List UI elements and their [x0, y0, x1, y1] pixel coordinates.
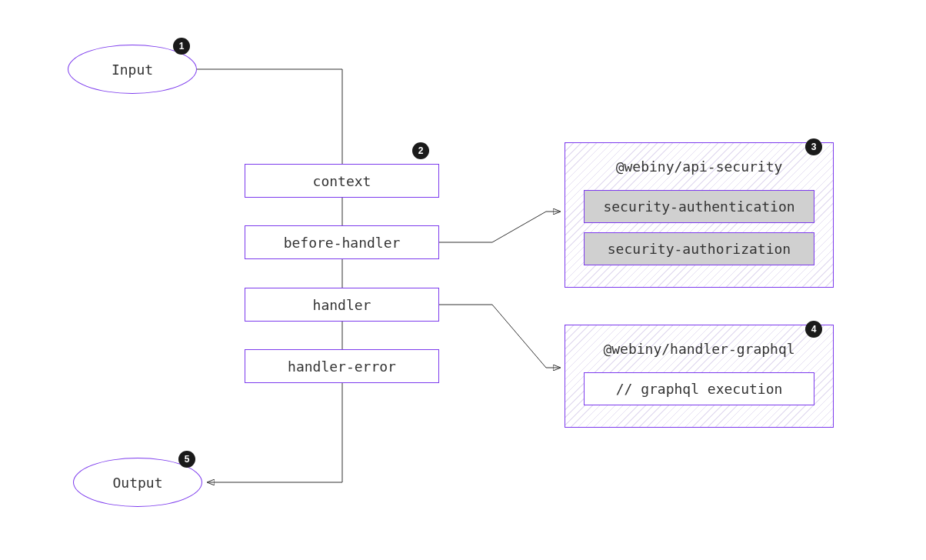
handler-error-box: handler-error	[245, 349, 439, 383]
badge-5: 5	[178, 451, 195, 468]
badge-1: 1	[173, 38, 190, 55]
badge-3: 3	[805, 138, 822, 155]
handler-box: handler	[245, 288, 439, 322]
badge-2: 2	[412, 142, 429, 159]
input-label: Input	[112, 62, 153, 78]
graphql-execution-box: // graphql execution	[584, 372, 814, 405]
api-security-title: @webiny/api-security	[616, 158, 783, 175]
before-handler-box: before-handler	[245, 225, 439, 259]
output-label: Output	[112, 475, 162, 491]
diagram-canvas: Input 1 context 2 before-handler handler…	[0, 0, 926, 560]
handler-label: handler	[313, 297, 371, 313]
context-label: context	[313, 173, 371, 189]
api-security-package: @webiny/api-security security-authentica…	[565, 142, 834, 288]
context-box: context	[245, 164, 439, 198]
handler-graphql-title: @webiny/handler-graphql	[603, 341, 794, 357]
before-handler-label: before-handler	[284, 235, 401, 251]
security-authentication-box: security-authentication	[584, 190, 814, 223]
badge-4: 4	[805, 321, 822, 338]
handler-graphql-package: @webiny/handler-graphql // graphql execu…	[565, 325, 834, 428]
handler-error-label: handler-error	[288, 358, 396, 375]
security-authorization-box: security-authorization	[584, 232, 814, 265]
